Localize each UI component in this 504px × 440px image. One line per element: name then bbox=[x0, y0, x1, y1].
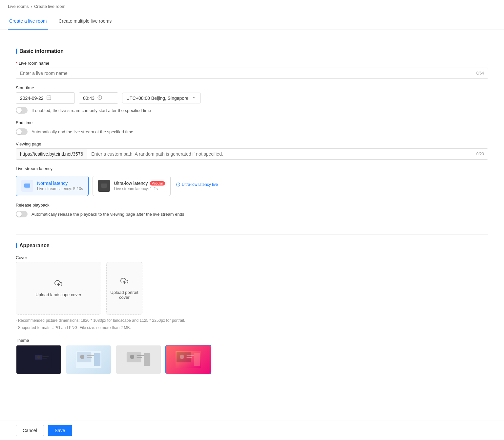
cover-field: Cover Upload landscape cover bbox=[16, 255, 488, 331]
svg-rect-5 bbox=[24, 184, 30, 188]
tab-create-multiple[interactable]: Create multiple live rooms bbox=[57, 13, 113, 30]
live-room-name-char-count: 0/64 bbox=[476, 71, 484, 76]
release-playback-toggle[interactable] bbox=[16, 211, 28, 217]
cover-area: Upload landscape cover Upload portrait c… bbox=[16, 262, 488, 315]
latency-normal-icon bbox=[21, 180, 33, 192]
svg-rect-34 bbox=[186, 355, 194, 356]
latency-label: Live stream latency bbox=[16, 166, 488, 171]
url-path-input[interactable] bbox=[87, 149, 472, 159]
calendar-icon bbox=[46, 95, 52, 101]
live-room-name-label: * Live room name bbox=[16, 61, 488, 66]
upload-portrait-icon bbox=[120, 277, 128, 287]
theme-light-blue-preview bbox=[66, 345, 111, 374]
svg-rect-23 bbox=[87, 357, 92, 358]
latency-ultra-name-row: Ultra-low latency Popular bbox=[114, 181, 165, 186]
timezone-select[interactable]: UTC+08:00 Beijing, Singapore bbox=[122, 93, 201, 103]
latency-ultra-card[interactable]: Ultra-low latency Popular Live stream la… bbox=[93, 176, 171, 196]
page-content: Basic information * Live room name 0/64 … bbox=[0, 30, 504, 437]
end-time-field: End time Automatically end the live stre… bbox=[16, 120, 488, 135]
tabs-bar: Create a live room Create multiple live … bbox=[0, 13, 504, 30]
breadcrumb-parent[interactable]: Live rooms bbox=[8, 4, 29, 9]
date-value: 2024-09-22 bbox=[20, 96, 44, 101]
svg-rect-36 bbox=[194, 353, 200, 366]
latency-normal-desc: Live stream latency: 5-10s bbox=[37, 187, 83, 191]
clock-icon bbox=[97, 95, 102, 101]
top-bar: Live rooms › Create live room bbox=[0, 0, 504, 13]
breadcrumb-current: Create live room bbox=[34, 4, 65, 9]
cancel-button[interactable]: Cancel bbox=[16, 425, 44, 436]
time-picker[interactable]: 00:43 bbox=[79, 92, 118, 104]
svg-rect-18 bbox=[42, 358, 47, 359]
date-picker[interactable]: 2024-09-22 bbox=[16, 92, 75, 104]
live-room-name-input[interactable] bbox=[20, 71, 476, 76]
save-button[interactable]: Save bbox=[48, 425, 72, 436]
viewing-page-label: Viewing page bbox=[16, 142, 488, 146]
breadcrumb-sep: › bbox=[31, 4, 32, 9]
svg-rect-7 bbox=[101, 184, 107, 188]
chevron-down-icon bbox=[192, 95, 197, 101]
svg-rect-8 bbox=[102, 187, 106, 188]
latency-normal-info: Normal latency Live stream latency: 5-10… bbox=[37, 181, 83, 191]
latency-ultra-name: Ultra-low latency bbox=[114, 181, 148, 186]
svg-rect-0 bbox=[47, 96, 51, 100]
latency-ultra-info: Ultra-low latency Popular Live stream la… bbox=[114, 181, 165, 191]
start-time-label: Start time bbox=[16, 85, 488, 90]
toggle-knob bbox=[16, 129, 22, 134]
start-time-toggle[interactable] bbox=[16, 107, 28, 114]
svg-rect-22 bbox=[87, 355, 94, 356]
section-title-bar bbox=[16, 49, 17, 54]
tab-create-live-room[interactable]: Create a live room bbox=[8, 13, 48, 30]
svg-point-21 bbox=[80, 355, 84, 359]
release-playback-toggle-row: Automatically release the playback to th… bbox=[16, 211, 488, 217]
basic-info-section: Basic information * Live room name 0/64 … bbox=[0, 39, 504, 232]
svg-rect-24 bbox=[94, 353, 100, 366]
end-time-toggle-label: Automatically end the live stream at the… bbox=[32, 129, 133, 134]
start-time-field: Start time 2024-09-22 00:43 bbox=[16, 85, 488, 114]
svg-rect-17 bbox=[42, 357, 49, 357]
upload-landscape-icon bbox=[54, 279, 62, 289]
appearance-title: Appearance bbox=[16, 243, 488, 249]
svg-rect-35 bbox=[186, 357, 192, 358]
url-prefix: https://testlive.byteintl.net/3576 bbox=[16, 149, 87, 159]
footer-bar: Cancel Save bbox=[0, 421, 504, 437]
upload-landscape-cover[interactable]: Upload landscape cover bbox=[16, 262, 101, 315]
release-playback-toggle-label: Automatically release the playback to th… bbox=[32, 212, 184, 217]
cover-label: Cover bbox=[16, 255, 488, 260]
theme-red-preview bbox=[166, 345, 211, 374]
cover-hint-line1: · Recommended picture dimensions: 1920 *… bbox=[16, 317, 488, 324]
theme-red-card[interactable] bbox=[165, 345, 211, 374]
release-playback-label: Release playback bbox=[16, 203, 488, 208]
upload-landscape-label: Upload landscape cover bbox=[35, 292, 81, 297]
theme-label: Theme bbox=[16, 338, 488, 343]
theme-field: Theme bbox=[16, 338, 488, 374]
cover-hint: · Recommended picture dimensions: 1920 *… bbox=[16, 317, 488, 331]
start-time-toggle-label: If enabled, the live stream can only sta… bbox=[32, 108, 151, 113]
basic-info-title: Basic information bbox=[16, 48, 488, 54]
latency-options: Normal latency Live stream latency: 5-10… bbox=[16, 176, 171, 196]
live-room-name-field: * Live room name 0/64 bbox=[16, 61, 488, 79]
end-time-label: End time bbox=[16, 120, 488, 125]
url-char-count: 0/20 bbox=[472, 149, 488, 159]
theme-light-blue-card[interactable] bbox=[66, 345, 112, 374]
latency-ultra-icon bbox=[98, 180, 110, 192]
svg-rect-6 bbox=[26, 187, 29, 188]
theme-dark-card[interactable] bbox=[16, 345, 62, 374]
required-star: * bbox=[16, 61, 17, 66]
viewing-page-url-wrapper: https://testlive.byteintl.net/3576 0/20 bbox=[16, 148, 488, 160]
viewing-page-field: Viewing page https://testlive.byteintl.n… bbox=[16, 142, 488, 160]
toggle-knob bbox=[16, 108, 22, 113]
time-value: 00:43 bbox=[83, 96, 94, 101]
breadcrumb: Live rooms › Create live room bbox=[8, 4, 496, 9]
end-time-toggle[interactable] bbox=[16, 128, 28, 135]
toggle-knob bbox=[16, 211, 22, 217]
latency-normal-card[interactable]: Normal latency Live stream latency: 5-10… bbox=[16, 176, 89, 196]
ultra-low-latency-link[interactable]: Ultra-low latency live bbox=[176, 182, 218, 187]
section-divider bbox=[16, 234, 488, 235]
svg-rect-29 bbox=[136, 357, 142, 358]
theme-gray-card[interactable] bbox=[116, 345, 161, 374]
svg-point-33 bbox=[180, 355, 184, 359]
theme-dark-preview bbox=[16, 345, 61, 374]
latency-ultra-desc: Live stream latency: 1-2s bbox=[114, 187, 165, 191]
upload-portrait-cover[interactable]: Upload portrait cover bbox=[106, 262, 142, 315]
start-time-toggle-row: If enabled, the live stream can only sta… bbox=[16, 107, 488, 114]
